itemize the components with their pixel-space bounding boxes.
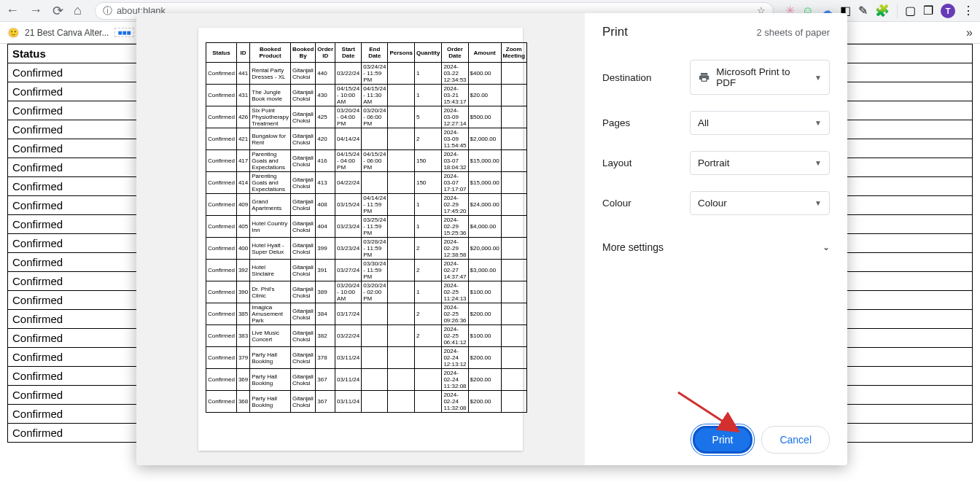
- table-cell: [501, 85, 526, 106]
- destination-select[interactable]: Microsoft Print to PDF ▼: [690, 60, 830, 95]
- nav-reload-icon[interactable]: ⟳: [52, 3, 63, 19]
- table-cell: $400.00: [468, 63, 501, 85]
- preview-col-header: End Date: [362, 43, 388, 63]
- bookmark-item-icon[interactable]: ■■■: [114, 28, 133, 37]
- table-cell: Parenting Goals and Expectations: [250, 150, 291, 172]
- table-cell: [501, 128, 526, 150]
- table-cell: 2: [414, 238, 441, 260]
- table-cell: Confirmed: [206, 325, 237, 347]
- table-cell: $200.00: [468, 303, 501, 325]
- preview-col-header: Amount: [468, 43, 501, 63]
- table-cell: [501, 106, 526, 128]
- table-cell: 03/11/24: [335, 369, 362, 391]
- table-cell: 367: [316, 369, 335, 391]
- table-cell: 03/22/24: [335, 63, 362, 85]
- table-cell: [362, 391, 388, 413]
- table-cell: [501, 194, 526, 216]
- table-cell: [414, 347, 441, 369]
- more-settings-toggle[interactable]: More settings ⌄: [602, 234, 830, 260]
- print-dialog: StatusIDBooked ProductBooked ByOrder IDS…: [136, 13, 847, 465]
- table-cell: 2024-02-24 11:32:08: [442, 369, 468, 391]
- table-cell: Confirmed: [206, 369, 237, 391]
- table-row: Confirmed409Grand ApartmentsGitanjali Ch…: [206, 194, 527, 216]
- table-cell: Gitanjali Choksi: [290, 63, 315, 85]
- table-cell: Confirmed: [8, 424, 141, 443]
- table-cell: Confirmed: [8, 367, 141, 386]
- nav-back-icon[interactable]: ←: [6, 3, 19, 18]
- table-cell: 367: [316, 391, 335, 413]
- table-cell: 2: [414, 128, 441, 150]
- table-cell: [501, 369, 526, 391]
- table-cell: Confirmed: [206, 216, 237, 238]
- table-cell: 430: [316, 85, 335, 106]
- table-cell: 384: [316, 303, 335, 325]
- ext-pin-icon[interactable]: ✎: [858, 4, 868, 18]
- table-cell: [362, 369, 388, 391]
- table-cell: [362, 347, 388, 369]
- menu-dots-icon[interactable]: ⋮: [962, 4, 974, 18]
- table-cell: 2024-02-25 11:24:13: [442, 281, 468, 303]
- table-cell: 03/20/24 - 06:00 PM: [362, 106, 388, 128]
- table-cell: 03/20/24 - 04:00 PM: [335, 106, 362, 128]
- table-cell: Confirmed: [206, 303, 237, 325]
- table-cell: $20.00: [468, 85, 501, 106]
- nav-home-icon[interactable]: ⌂: [74, 3, 82, 18]
- table-cell: 2: [414, 325, 441, 347]
- table-cell: Gitanjali Choksi: [290, 85, 315, 106]
- layout-select[interactable]: Portrait ▼: [690, 151, 830, 175]
- table-cell: [501, 63, 526, 85]
- table-cell: Party Hall Booking: [250, 347, 291, 369]
- pages-select[interactable]: All ▼: [690, 111, 830, 135]
- table-cell: $3,000.00: [468, 260, 501, 281]
- table-cell: Hotel Sinclaire: [250, 260, 291, 281]
- table-cell: [388, 150, 415, 172]
- table-row: Confirmed379Party Hall BookingGitanjali …: [206, 347, 527, 369]
- profile-avatar[interactable]: T: [941, 4, 955, 18]
- table-cell: 389: [316, 281, 335, 303]
- table-cell: 03/20/24 - 10:00 AM: [335, 281, 362, 303]
- bookmark-favicon: 🙂: [7, 27, 19, 39]
- table-cell: $4,000.00: [468, 216, 501, 238]
- bookmark-item[interactable]: 21 Best Canva Alter...: [25, 28, 109, 38]
- table-cell: $500.00: [468, 106, 501, 128]
- ext-puzzle-icon[interactable]: 🧩: [875, 4, 890, 18]
- chevron-down-icon: ▼: [814, 74, 822, 82]
- table-cell: 413: [316, 172, 335, 194]
- table-cell: 04/15/24 - 11:30 AM: [362, 85, 388, 106]
- table-cell: 369: [236, 369, 249, 391]
- bookmark-overflow[interactable]: »: [966, 26, 973, 39]
- table-cell: [501, 172, 526, 194]
- ext-copy-icon[interactable]: ❐: [923, 4, 933, 18]
- table-cell: 440: [316, 63, 335, 85]
- colour-value: Colour: [698, 198, 727, 209]
- table-row: Confirmed368Party Hall BookingGitanjali …: [206, 391, 527, 413]
- table-cell: [388, 260, 415, 281]
- chevron-down-icon: ⌄: [822, 242, 830, 252]
- table-cell: Gitanjali Choksi: [290, 128, 315, 150]
- table-cell: Confirmed: [8, 272, 141, 291]
- table-cell: 420: [316, 128, 335, 150]
- site-info-icon[interactable]: ⓘ: [103, 4, 112, 18]
- table-cell: $15,000.00: [468, 172, 501, 194]
- ext-square-icon[interactable]: ▢: [905, 4, 916, 18]
- cancel-button[interactable]: Cancel: [761, 426, 830, 454]
- table-row: Confirmed421Bungalow for RentGitanjali C…: [206, 128, 527, 150]
- print-button[interactable]: Print: [693, 426, 753, 454]
- table-cell: [501, 281, 526, 303]
- table-cell: 04/14/24 - 11:59 PM: [362, 194, 388, 216]
- table-cell: 150: [414, 172, 441, 194]
- colour-select[interactable]: Colour ▼: [690, 191, 830, 215]
- printer-icon: [698, 71, 710, 83]
- table-cell: 03/11/24: [335, 347, 362, 369]
- table-cell: Confirmed: [206, 128, 237, 150]
- table-cell: Confirmed: [206, 106, 237, 128]
- pages-label: Pages: [602, 117, 690, 128]
- chevron-down-icon: ▼: [814, 159, 822, 167]
- print-preview-pane[interactable]: StatusIDBooked ProductBooked ByOrder IDS…: [136, 13, 585, 465]
- table-cell: Confirmed: [8, 215, 141, 234]
- table-cell: Confirmed: [206, 260, 237, 281]
- table-cell: Confirmed: [8, 101, 141, 120]
- nav-forward-icon[interactable]: →: [29, 3, 42, 18]
- table-cell: [501, 347, 526, 369]
- table-cell: Confirmed: [206, 238, 237, 260]
